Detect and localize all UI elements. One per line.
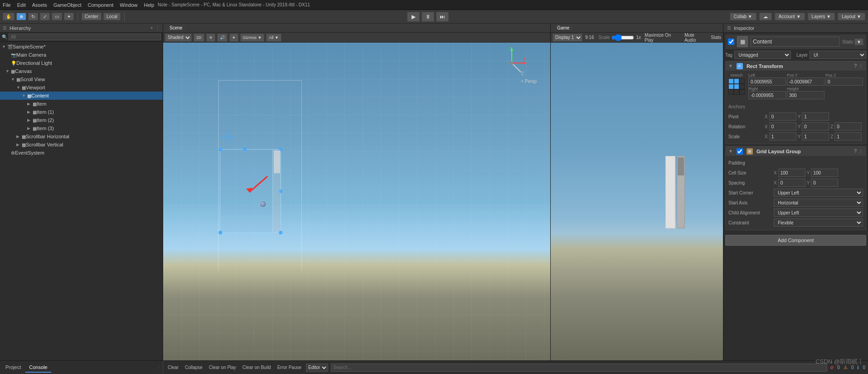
- cell-x-input[interactable]: [778, 169, 805, 177]
- tree-item-item1[interactable]: ▶ ▦ Item (1): [0, 108, 163, 116]
- grid-layout-header[interactable]: ▼ ▦ Grid Layout Group ? ⋮: [726, 146, 866, 156]
- collab-button[interactable]: Collab ▼: [730, 13, 756, 20]
- tree-item-scrollbar-h[interactable]: ▶ ▦ Scrollbar Horizontal: [0, 132, 163, 141]
- scale-y-input[interactable]: [802, 132, 829, 141]
- console-editor-dropdown[interactable]: Editor: [306, 364, 328, 372]
- hierarchy-add-icon[interactable]: +: [150, 25, 153, 31]
- add-component-button[interactable]: Add Component: [725, 235, 866, 246]
- menu-assets[interactable]: Assets: [32, 2, 47, 8]
- anchor-cell-4[interactable]: [734, 84, 739, 89]
- tree-item-item0[interactable]: ▶ ▦ Item: [0, 100, 163, 108]
- handle-tl[interactable]: [218, 148, 222, 151]
- tab-project[interactable]: Project: [2, 363, 24, 373]
- maximize-on-play-btn[interactable]: Maximize On Play: [645, 33, 680, 43]
- account-button[interactable]: Account ▼: [775, 13, 805, 20]
- posy-input[interactable]: [787, 78, 824, 86]
- menu-file[interactable]: File: [3, 2, 11, 8]
- tool-rotate[interactable]: ↻: [28, 13, 38, 20]
- play-button[interactable]: ▶: [407, 12, 420, 22]
- anchor-cell-2[interactable]: [739, 78, 745, 84]
- scene-all-btn[interactable]: All ▼: [266, 34, 281, 42]
- tool-move[interactable]: ⊕: [16, 13, 26, 20]
- rotation-x-input[interactable]: [769, 122, 796, 131]
- pivot-y-input[interactable]: [802, 112, 829, 121]
- menu-bar[interactable]: File Edit Assets GameObject Component Wi…: [3, 2, 154, 8]
- layout-button[interactable]: Layout ▼: [838, 13, 865, 20]
- console-search-input[interactable]: [331, 364, 827, 372]
- rect-transform-question[interactable]: ?: [854, 63, 857, 68]
- tree-item-scrollbar-v[interactable]: ▶ ▦ Scrollbar Vertical: [0, 141, 163, 149]
- tree-item-eventsystem[interactable]: ⚙ EventSystem: [0, 149, 163, 157]
- left-input[interactable]: [748, 78, 786, 86]
- step-button[interactable]: ⏭: [436, 12, 449, 22]
- tree-item-viewport[interactable]: ▼ ▦ Viewport: [0, 83, 163, 92]
- handle-top[interactable]: [243, 147, 247, 151]
- console-clear-on-build-btn[interactable]: Clear on Build: [241, 364, 273, 371]
- console-clear-on-play-btn[interactable]: Clear on Play: [207, 364, 238, 371]
- rotation-z-input[interactable]: [834, 122, 862, 131]
- tree-item-scrollview[interactable]: ▼ ▦ Scroll View: [0, 75, 163, 83]
- tree-item-directionallight[interactable]: 💡 Directional Light: [0, 59, 163, 67]
- console-panel-menu[interactable]: ⋮: [156, 365, 161, 370]
- 2d-toggle[interactable]: 2D: [194, 34, 204, 42]
- rotation-y-input[interactable]: [802, 122, 829, 131]
- hierarchy-menu-icon[interactable]: ⋮: [155, 25, 160, 31]
- tool-hand[interactable]: ✋: [3, 13, 15, 20]
- height-input[interactable]: [787, 91, 824, 99]
- start-corner-select[interactable]: Upper Left Upper Right Lower Left Lower …: [774, 189, 863, 197]
- tree-item-content[interactable]: ▼ ▦ Content: [0, 92, 163, 100]
- tree-item-samplescene[interactable]: ▼ 🎬 SampleScene*: [0, 43, 163, 51]
- handle-bl[interactable]: [218, 231, 222, 234]
- cloud-button[interactable]: ☁: [759, 13, 772, 20]
- pivot-center[interactable]: Center: [82, 13, 102, 20]
- child-alignment-select[interactable]: Upper Left Upper Center Upper Right Midd…: [774, 209, 863, 217]
- effects-btn[interactable]: ✦: [229, 34, 238, 42]
- spacing-y-input[interactable]: [811, 179, 838, 187]
- posz-input[interactable]: [825, 78, 863, 86]
- tree-item-item3[interactable]: ▶ ▦ Item (3): [0, 124, 163, 132]
- menu-help[interactable]: Help: [144, 2, 154, 8]
- scale-slider[interactable]: [611, 35, 634, 40]
- anchor-cell-6[interactable]: [728, 89, 734, 95]
- start-axis-select[interactable]: Horizontal Vertical: [774, 199, 863, 207]
- tab-game[interactable]: Game: [553, 24, 573, 31]
- display-select[interactable]: Display 1: [553, 34, 582, 42]
- anchor-cell-3[interactable]: [728, 84, 734, 89]
- scale-x-input[interactable]: [769, 132, 796, 141]
- tree-item-item2[interactable]: ▶ ▦ Item (2): [0, 116, 163, 124]
- pivot-x-input[interactable]: [769, 112, 796, 121]
- mute-audio-btn[interactable]: Mute Audio: [684, 33, 706, 43]
- shading-mode-select[interactable]: Shaded: [165, 34, 192, 42]
- static-dropdown[interactable]: ▼: [854, 39, 863, 45]
- anchor-cell-1[interactable]: [734, 78, 739, 84]
- menu-edit[interactable]: Edit: [17, 2, 26, 8]
- object-name-input[interactable]: Content: [751, 37, 839, 47]
- console-error-pause-btn[interactable]: Error Pause: [276, 364, 303, 371]
- anchor-cell-5[interactable]: [739, 84, 745, 89]
- scale-z-input[interactable]: [834, 132, 862, 141]
- object-active-checkbox[interactable]: [728, 39, 734, 45]
- tab-console[interactable]: Console: [25, 363, 51, 373]
- hierarchy-search-input[interactable]: [9, 34, 161, 40]
- tab-scene[interactable]: Scene: [166, 24, 186, 31]
- rect-transform-menu[interactable]: ⋮: [858, 63, 863, 68]
- anchor-cell-8[interactable]: [739, 89, 745, 95]
- constraint-select[interactable]: Flexible Fixed Column Count Fixed Row Co…: [774, 219, 863, 227]
- tool-rect[interactable]: ▭: [52, 13, 62, 20]
- audio-btn[interactable]: 🔊: [217, 34, 228, 42]
- layers-button[interactable]: Layers ▼: [808, 13, 835, 20]
- tree-item-canvas[interactable]: ▼ ▦ Canvas: [0, 67, 163, 75]
- tool-multi[interactable]: ✦: [64, 13, 74, 20]
- menu-window[interactable]: Window: [120, 2, 137, 8]
- pivot-local[interactable]: Local: [103, 13, 121, 20]
- grid-layout-question[interactable]: ?: [854, 149, 857, 154]
- menu-gameobject[interactable]: GameObject: [53, 2, 82, 8]
- console-clear-btn[interactable]: Clear: [166, 364, 180, 371]
- menu-component[interactable]: Component: [87, 2, 113, 8]
- lighting-btn[interactable]: ☀: [206, 34, 215, 42]
- cell-y-input[interactable]: [811, 169, 838, 177]
- grid-layout-menu[interactable]: ⋮: [858, 149, 863, 154]
- console-collapse-btn[interactable]: Collapse: [183, 364, 204, 371]
- pause-button[interactable]: ⏸: [422, 12, 434, 22]
- spacing-x-input[interactable]: [778, 179, 805, 187]
